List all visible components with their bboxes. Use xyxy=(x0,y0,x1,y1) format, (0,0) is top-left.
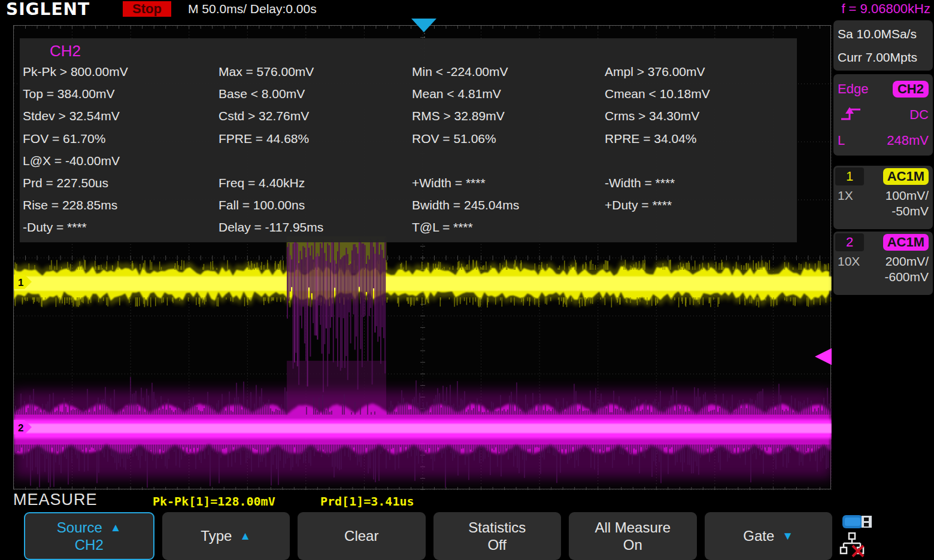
measurement-item: Bwidth = 245.04ms xyxy=(412,198,519,220)
sample-rate: Sa 10.0MSa/s xyxy=(838,22,929,45)
trigger-source-badge: CH2 xyxy=(893,81,929,98)
measurement-item: +Duty = **** xyxy=(605,198,710,220)
measurement-item xyxy=(412,154,519,176)
measurement-item: Rise = 228.85ms xyxy=(23,198,128,220)
lan-disconnected-icon xyxy=(838,531,866,559)
trigger-level-label: L xyxy=(838,133,845,148)
measurement-item: T@L = **** xyxy=(412,220,519,242)
trigger-level-value: 248mV xyxy=(887,133,929,148)
measurement-item: Max = 576.00mV xyxy=(219,65,323,87)
measurement-column: Pk-Pk > 800.00mVTop = 384.00mVStdev > 32… xyxy=(23,65,128,243)
channel1-probe: 1X xyxy=(838,188,853,203)
run-state-badge[interactable]: Stop xyxy=(123,1,171,17)
measurement-item: Prd = 227.50us xyxy=(23,176,128,198)
measurement-item: Base < 8.00mV xyxy=(219,87,323,109)
measurement-item xyxy=(219,154,323,176)
all-measure-button[interactable]: All Measure On xyxy=(569,512,697,560)
measurement-panel: CH2 Pk-Pk > 800.00mVTop = 384.00mVStdev … xyxy=(20,38,797,242)
type-button[interactable]: Type ▲ xyxy=(162,512,290,560)
measurement-item: L@X = -40.00mV xyxy=(23,154,128,176)
top-status-bar: SIGLENT Stop M 50.0ms/ Delay:0.00s f = 9… xyxy=(0,0,934,18)
measure-readout-pkpk: Pk-Pk[1]=128.00mV xyxy=(153,494,275,509)
frequency-counter: f = 9.06800kHz xyxy=(841,1,930,17)
trigger-level-marker[interactable] xyxy=(815,348,832,365)
timebase-readout: M 50.0ms/ Delay:0.00s xyxy=(188,2,317,16)
channel1-number: 1 xyxy=(835,168,864,185)
measurement-item: FOV = 61.70% xyxy=(23,132,128,154)
statistics-button[interactable]: Statistics Off xyxy=(433,512,562,560)
channel2-scale: 200mV/ xyxy=(886,254,929,269)
measurement-item: -Duty = **** xyxy=(23,220,128,242)
measurement-item: +Width = **** xyxy=(412,176,519,198)
measurement-item: Crms > 34.30mV xyxy=(605,109,710,131)
channel2-coupling-badge: AC1M xyxy=(883,234,929,251)
menu-mode-label: MEASURE xyxy=(13,491,98,509)
measurement-item: Fall = 100.00ns xyxy=(219,198,323,220)
statistics-button-label: Statistics xyxy=(468,519,526,536)
channel1-offset: -50mV xyxy=(838,204,929,218)
measurement-item: ROV = 51.06% xyxy=(412,132,519,154)
measurement-item: Cmean < 10.18mV xyxy=(605,87,710,109)
svg-text:2: 2 xyxy=(18,422,23,434)
measurement-item xyxy=(605,154,710,176)
trigger-coupling: DC xyxy=(909,107,929,123)
measurement-item: -Width = **** xyxy=(605,176,710,198)
channel1-info[interactable]: 1 AC1M 1X 100mV/ -50mV xyxy=(833,166,933,229)
measurement-source-label: CH2 xyxy=(50,42,81,60)
measurement-item: Delay = -117.95ms xyxy=(219,220,323,242)
source-button-value: CH2 xyxy=(75,536,104,553)
measurement-column: Ampl > 376.00mVCmean < 10.18mVCrms > 34.… xyxy=(605,65,710,243)
clear-button[interactable]: Clear xyxy=(298,512,426,560)
statistics-button-value: Off xyxy=(487,536,507,553)
channel2-offset: -600mV xyxy=(838,270,929,284)
down-arrow-icon: ▼ xyxy=(782,529,793,543)
trigger-type: Edge xyxy=(838,81,868,97)
trigger-position-marker[interactable] xyxy=(411,19,436,32)
measurement-column: Max = 576.00mVBase < 8.00mVCstd > 32.76m… xyxy=(219,65,323,243)
up-arrow-icon: ▲ xyxy=(110,521,122,534)
trigger-info[interactable]: Edge CH2 DC L 248mV xyxy=(833,74,933,156)
measurement-item: FPRE = 44.68% xyxy=(219,132,323,154)
siglent-logo: SIGLENT xyxy=(6,0,90,19)
measurement-item: Ampl > 376.00mV xyxy=(605,65,710,87)
channel2-number: 2 xyxy=(835,233,864,251)
measurement-item: Top = 384.00mV xyxy=(23,87,128,109)
measurement-item: Mean < 4.81mV xyxy=(412,87,519,109)
rising-edge-icon xyxy=(838,104,864,126)
measure-readout-prd: Prd[1]=3.41us xyxy=(320,494,414,509)
measurement-item: RPRE = 34.04% xyxy=(605,132,710,154)
channel2-probe: 10X xyxy=(838,254,860,269)
source-button[interactable]: Source ▲ CH2 xyxy=(24,512,154,560)
gate-button-label: Gate xyxy=(743,527,774,544)
all-measure-button-value: On xyxy=(623,536,642,553)
measurement-column: Min < -224.00mVMean < 4.81mVRMS > 32.89m… xyxy=(412,65,519,243)
memory-depth: Curr 7.00Mpts xyxy=(838,45,929,69)
up-arrow-icon: ▲ xyxy=(239,529,251,543)
source-button-label: Source xyxy=(57,519,102,536)
measurement-item: RMS > 32.89mV xyxy=(412,109,519,131)
measurement-item: Freq = 4.40kHz xyxy=(219,176,323,198)
type-button-label: Type xyxy=(201,527,232,544)
gate-button[interactable]: Gate ▼ xyxy=(705,512,833,560)
all-measure-button-label: All Measure xyxy=(595,519,671,536)
status-sidebar: Sa 10.0MSa/s Curr 7.00Mpts Edge CH2 DC L… xyxy=(832,19,934,560)
channel1-coupling-badge: AC1M xyxy=(883,168,929,185)
io-status-icons xyxy=(838,513,886,560)
clear-button-label: Clear xyxy=(344,527,378,544)
measurement-item: Cstd > 32.76mV xyxy=(219,109,323,131)
channel2-info[interactable]: 2 AC1M 10X 200mV/ -600mV xyxy=(833,232,933,295)
measurement-item: Stdev > 32.54mV xyxy=(23,109,128,131)
channel1-scale: 100mV/ xyxy=(886,188,929,203)
acquisition-info: Sa 10.0MSa/s Curr 7.00Mpts xyxy=(833,20,933,71)
measurement-item xyxy=(605,220,710,242)
measurement-item: Pk-Pk > 800.00mV xyxy=(23,65,128,87)
measurement-item: Min < -224.00mV xyxy=(412,65,519,87)
svg-text:1: 1 xyxy=(18,277,23,288)
softkey-menu: Source ▲ CH2 Type ▲ Clear Statistics Off… xyxy=(24,512,832,560)
usb-device-icon xyxy=(842,513,874,530)
